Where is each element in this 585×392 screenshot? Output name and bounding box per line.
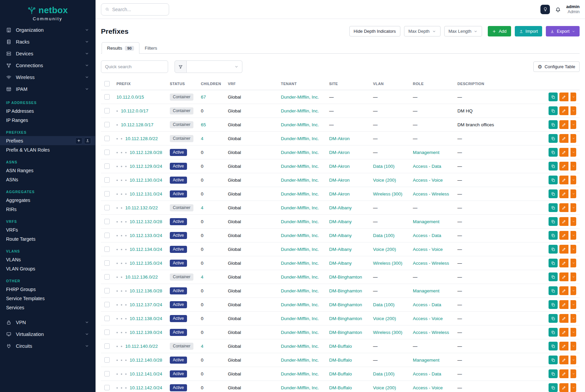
vlan-link[interactable]: Voice (200): [373, 385, 396, 390]
copy-button[interactable]: [549, 286, 558, 295]
prefix-link[interactable]: 10.112.141.0/24: [130, 371, 162, 376]
tenant-link[interactable]: Dunder-Mifflin, Inc.: [281, 316, 319, 321]
site-link[interactable]: DM-Buffalo: [329, 344, 352, 349]
tab-filters[interactable]: Filters: [139, 42, 163, 54]
edit-button[interactable]: [559, 245, 568, 254]
children-link[interactable]: 4: [201, 205, 204, 210]
sidebar-item-vpn[interactable]: VPN: [0, 316, 95, 328]
edit-button[interactable]: [559, 272, 568, 281]
sidebar-item-aggregates[interactable]: Aggregates: [0, 195, 95, 205]
vlan-link[interactable]: Data (100): [373, 371, 395, 376]
notifications-button[interactable]: [555, 6, 561, 13]
row-checkbox[interactable]: [104, 343, 110, 349]
edit-button[interactable]: [559, 356, 568, 364]
edit-button[interactable]: [559, 300, 568, 309]
tab-results[interactable]: Results 90: [102, 42, 139, 54]
prefix-link[interactable]: 10.112.140.0/28: [130, 358, 162, 363]
row-checkbox[interactable]: [104, 385, 110, 390]
edit-button[interactable]: [559, 148, 568, 157]
role-link[interactable]: Management: [413, 219, 440, 224]
vlan-link[interactable]: Wireless (300): [373, 261, 402, 266]
tenant-link[interactable]: Dunder-Mifflin, Inc.: [281, 344, 319, 349]
tenant-link[interactable]: Dunder-Mifflin, Inc.: [281, 385, 319, 390]
copy-button[interactable]: [549, 189, 558, 198]
prefix-link[interactable]: 10.112.128.0/28: [130, 150, 162, 155]
copy-button[interactable]: [549, 231, 558, 240]
site-link[interactable]: DM-Akron: [329, 191, 350, 197]
vlan-link[interactable]: Data (100): [373, 302, 395, 307]
role-link[interactable]: Management: [413, 288, 440, 293]
prefix-link[interactable]: 10.112.137.0/24: [130, 302, 162, 307]
row-checkbox[interactable]: [104, 177, 110, 183]
vlan-link[interactable]: Voice (200): [373, 316, 396, 321]
tenant-link[interactable]: Dunder-Mifflin, Inc.: [281, 358, 319, 363]
sidebar-item-asn-ranges[interactable]: ASN Ranges: [0, 166, 95, 175]
row-checkbox[interactable]: [104, 205, 110, 210]
prefix-link[interactable]: 10.112.131.0/24: [130, 191, 162, 197]
row-checkbox[interactable]: [104, 371, 110, 376]
edit-dropdown-button[interactable]: [570, 162, 576, 171]
prefix-link[interactable]: 10.112.136.0/28: [130, 288, 162, 293]
edit-dropdown-button[interactable]: [570, 93, 576, 101]
role-link[interactable]: Access - Voice: [413, 247, 443, 252]
role-link[interactable]: Access - Wireless: [413, 261, 449, 266]
tenant-link[interactable]: Dunder-Mifflin, Inc.: [281, 136, 319, 141]
row-checkbox[interactable]: [104, 357, 110, 363]
copy-button[interactable]: [549, 300, 558, 309]
import-button[interactable]: Import: [515, 26, 542, 36]
sidebar-item-wireless[interactable]: Wireless: [0, 71, 95, 83]
site-link[interactable]: DM-Akron: [329, 136, 350, 141]
copy-button[interactable]: [549, 259, 558, 267]
max-depth-dropdown[interactable]: Max Depth: [404, 26, 441, 36]
copy-button[interactable]: [549, 93, 558, 101]
row-checkbox[interactable]: [104, 94, 110, 100]
site-link[interactable]: DM-Albany: [329, 219, 352, 224]
site-link[interactable]: DM-Akron: [329, 178, 350, 183]
copy-button[interactable]: [549, 120, 558, 129]
copy-button[interactable]: [549, 176, 558, 184]
edit-button[interactable]: [559, 259, 568, 267]
sidebar-item-connections[interactable]: Connections: [0, 59, 95, 71]
children-link[interactable]: 65: [201, 122, 206, 127]
copy-button[interactable]: [549, 245, 558, 254]
copy-button[interactable]: [549, 106, 558, 115]
tenant-link[interactable]: Dunder-Mifflin, Inc.: [281, 150, 319, 155]
prefix-link[interactable]: 10.112.132.0/28: [130, 219, 162, 224]
select-all-checkbox[interactable]: [104, 81, 110, 86]
tenant-link[interactable]: Dunder-Mifflin, Inc.: [281, 261, 319, 266]
row-checkbox[interactable]: [104, 163, 110, 169]
tenant-link[interactable]: Dunder-Mifflin, Inc.: [281, 122, 319, 127]
copy-button[interactable]: [549, 328, 558, 337]
sidebar-item-rirs[interactable]: RIRs: [0, 205, 95, 214]
prefix-link[interactable]: 10.112.140.0/22: [125, 344, 158, 349]
row-checkbox[interactable]: [104, 136, 110, 141]
copy-button[interactable]: [549, 203, 558, 212]
site-link[interactable]: DM-Binghamton: [329, 288, 362, 293]
site-link[interactable]: DM-Albany: [329, 205, 352, 210]
row-checkbox[interactable]: [104, 219, 110, 224]
edit-button[interactable]: [559, 369, 568, 378]
row-checkbox[interactable]: [104, 122, 110, 127]
tenant-link[interactable]: Dunder-Mifflin, Inc.: [281, 178, 319, 183]
tenant-link[interactable]: Dunder-Mifflin, Inc.: [281, 233, 319, 238]
add-button[interactable]: Add: [488, 26, 511, 36]
role-link[interactable]: Access - Data: [413, 302, 441, 307]
app-logo[interactable]: netbox Community: [0, 0, 95, 24]
role-link[interactable]: Access - Data: [413, 371, 441, 376]
row-checkbox[interactable]: [104, 260, 110, 266]
prefix-link[interactable]: 10.112.0.0/17: [121, 108, 149, 113]
saved-filter-select[interactable]: [187, 60, 242, 73]
children-link[interactable]: 4: [201, 136, 204, 141]
site-link[interactable]: DM-Albany: [329, 247, 352, 252]
role-link[interactable]: Access - Wireless: [413, 330, 449, 335]
prefix-link[interactable]: 10.112.139.0/24: [130, 330, 162, 335]
row-checkbox[interactable]: [104, 191, 110, 197]
edit-dropdown-button[interactable]: [570, 286, 576, 295]
row-checkbox[interactable]: [104, 274, 110, 280]
edit-dropdown-button[interactable]: [570, 148, 576, 157]
row-checkbox[interactable]: [104, 316, 110, 321]
prefix-link[interactable]: 10.112.136.0/22: [125, 275, 158, 280]
site-link[interactable]: DM-Albany: [329, 233, 352, 238]
user-menu[interactable]: admin Admin: [566, 4, 580, 15]
edit-dropdown-button[interactable]: [570, 245, 576, 254]
